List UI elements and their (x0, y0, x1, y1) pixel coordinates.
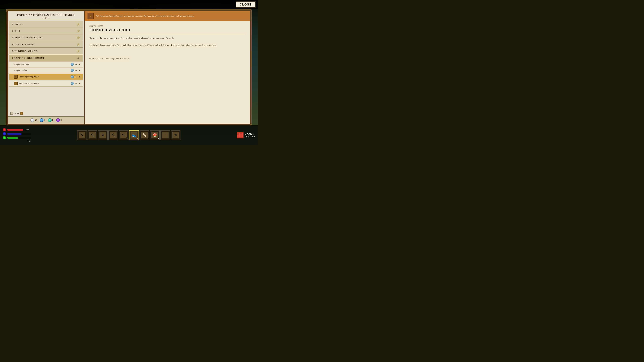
hotbar-icon-2: ⛏ (89, 132, 96, 138)
currency-teal-orb (48, 118, 52, 122)
currency-purple-group: 0 (56, 118, 62, 122)
item-description: Play this card to move more quickly, lea… (89, 36, 246, 40)
item-category: Crafting Recipe (89, 24, 246, 27)
saw-table-price: 55 (71, 63, 77, 66)
currency-blue-amount: 0 (44, 119, 45, 121)
mana-row (3, 132, 31, 135)
hotbar-slot-1[interactable]: ⛏ (77, 130, 87, 140)
hud-time: 2:13 (3, 140, 31, 142)
mana-bar (8, 133, 31, 135)
category-light[interactable]: LIGHT (9, 28, 83, 34)
hide-question-badge: ? (20, 112, 23, 115)
hotbar-slot-5[interactable]: ⛏ 5 (119, 130, 128, 140)
hotbar-slot-3[interactable]: 🗡 (98, 130, 108, 140)
masonry-bench-arrow: ▼ (78, 82, 81, 85)
hud-stats: 142 2:13 (0, 127, 34, 143)
category-list: RESTING LIGHT FURNITURE: SHELVING AUGMEN… (8, 20, 84, 111)
health-value: 142 (26, 129, 31, 131)
hotbar: ⛏ ⛏ 🗡 ⛏ ⛏ 5 👟 7 🦴 3 🍄 9 · ⚗ (34, 130, 224, 140)
hotbar-icon-9: · (162, 132, 168, 138)
category-furniture-label: FURNITURE: SHELVING (12, 36, 42, 39)
item-masonry-bench[interactable]: ? Simple Masonry Bench 55 ▼ (9, 80, 83, 87)
stamina-bar-fill (8, 137, 18, 139)
category-crafting-refinement[interactable]: CRAFTING: REFINEMENT ▲ (9, 55, 83, 61)
hotbar-slot-10[interactable]: ⚗ (171, 130, 180, 140)
spinning-wheel-price-value: 55 (74, 75, 77, 78)
category-augmentations-label: AUGMENTATIONS (12, 43, 34, 46)
item-smelter[interactable]: Simple Smelter 55 ▼ (9, 67, 83, 73)
bottom-hud: 142 2:13 ⛏ ⛏ 🗡 ⛏ ⛏ (0, 125, 258, 145)
hide-checkbox[interactable] (10, 112, 13, 115)
hotbar-count-8: 9 (158, 137, 159, 139)
warning-icon: ? (88, 13, 94, 19)
gg-icon (237, 132, 244, 138)
hotbar-icon-8: 🍄 (152, 132, 158, 138)
spinning-wheel-currency-icon (71, 75, 74, 78)
hotbar-count-5: 5 (126, 137, 128, 139)
mana-icon (3, 132, 6, 135)
smelter-name: Simple Smelter (14, 69, 71, 72)
hotbar-slot-8[interactable]: 🍄 9 (150, 130, 160, 140)
item-name: THINNED VEIL CARD (89, 28, 246, 34)
currency-blue-orb (40, 118, 44, 122)
gg-label-top: GAMER (245, 132, 255, 135)
hotbar-slot-6[interactable]: 👟 7 (129, 130, 139, 140)
health-icon (3, 128, 6, 131)
health-bar-fill (8, 129, 23, 131)
gg-bars (238, 133, 243, 137)
hide-label: Hide (14, 112, 18, 115)
smelter-arrow: ▼ (78, 69, 81, 72)
hotbar-icon-1: ⛏ (79, 132, 85, 138)
furniture-icon (77, 36, 80, 39)
hotbar-slot-9[interactable]: · (160, 130, 170, 140)
gg-text: GAMER GUIDES (245, 132, 255, 138)
resting-icon (77, 23, 80, 26)
hotbar-count-7: 3 (148, 137, 148, 139)
currency-purple-amount: 0 (60, 119, 62, 121)
hotbar-icon-4: ⛏ (110, 132, 116, 138)
hotbar-slot-4[interactable]: ⛏ (108, 130, 118, 140)
item-spinning-wheel[interactable]: ? Simple Spinning Wheel 55 ▼ (9, 73, 83, 80)
gg-label-bottom: GUIDES (245, 135, 255, 138)
currency-purple-orb (56, 118, 60, 122)
hotbar-icon-3: 🗡 (100, 132, 106, 138)
category-light-label: LIGHT (12, 30, 20, 32)
hotbar-count-6: 7 (137, 137, 138, 139)
category-furniture-shelving[interactable]: FURNITURE: SHELVING (9, 34, 83, 41)
stamina-icon (3, 136, 6, 139)
stamina-row (3, 136, 31, 139)
item-flavor: One look at this airy parchment forces a… (89, 43, 246, 47)
hotbar-icon-7: 🦴 (141, 132, 148, 138)
shop-title-area: FOREST ANTIQUARIAN ESSENCE TRADER ❧ ❦ ❧ (8, 11, 84, 20)
smelter-price-value: 55 (74, 69, 77, 72)
mana-bar-fill (8, 133, 22, 135)
category-augmentations[interactable]: AUGMENTATIONS (9, 41, 83, 48)
hotbar-icon-5: ⛏ (120, 132, 127, 138)
close-button[interactable]: CLOSE (236, 1, 256, 8)
spinning-wheel-question-badge: ? (14, 75, 18, 79)
gg-bar-3 (240, 134, 242, 137)
currency-white-group: 63 (30, 118, 37, 122)
gg-bar-2 (239, 133, 240, 137)
masonry-bench-price: 55 (71, 82, 77, 85)
currency-bar: 63 0 0 0 (8, 116, 84, 124)
saw-table-arrow: ▼ (78, 63, 81, 66)
hotbar-icon-6: 👟 (131, 132, 137, 138)
item-saw-table[interactable]: Simple Saw Table 55 ▼ (9, 61, 83, 67)
spinning-wheel-arrow: ▼ (78, 75, 81, 78)
hotbar-slot-7[interactable]: 🦴 3 (140, 130, 149, 140)
category-buildings-label: BUILDINGS: CRUDE (12, 50, 37, 52)
top-bar: CLOSE (0, 0, 258, 9)
augmentations-icon (77, 43, 80, 46)
category-resting[interactable]: RESTING (9, 21, 83, 27)
item-detail: Crafting Recipe THINNED VEIL CARD Play t… (85, 21, 250, 124)
category-resting-label: RESTING (12, 23, 24, 26)
health-row: 142 (3, 128, 31, 131)
shop-title-decoration: ❧ ❦ ❧ (9, 17, 83, 19)
gg-bar-1 (238, 135, 238, 137)
visit-text: Visit this shop in a realm to purchase t… (89, 57, 246, 60)
category-buildings-crude[interactable]: BUILDINGS: CRUDE (9, 48, 83, 54)
hotbar-slot-2[interactable]: ⛏ (88, 130, 97, 140)
masonry-bench-price-value: 55 (74, 82, 77, 85)
saw-table-price-value: 55 (74, 63, 77, 66)
